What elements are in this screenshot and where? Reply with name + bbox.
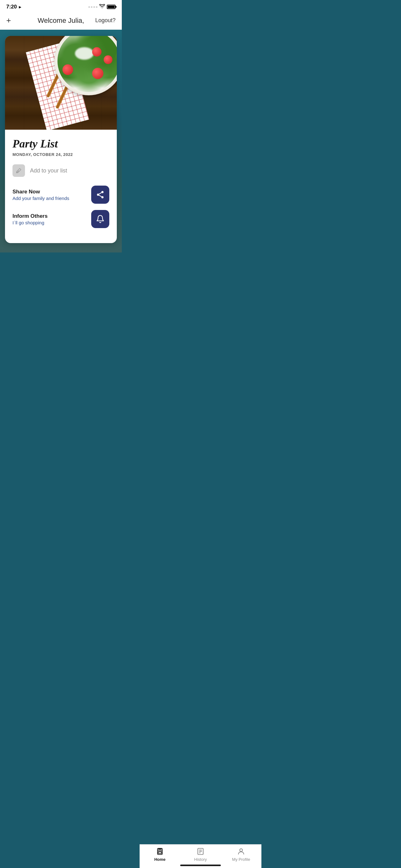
inform-others-title: Inform Others <box>12 213 91 219</box>
app-background: Party List MONDAY, OCTOBER 24, 2022 Add … <box>0 30 122 252</box>
status-time: 7:20 ► <box>6 4 22 10</box>
battery-icon <box>107 5 115 9</box>
svg-line-6 <box>99 193 101 194</box>
party-list-card: Party List MONDAY, OCTOBER 24, 2022 Add … <box>5 36 117 243</box>
edit-icon <box>12 164 25 177</box>
svg-point-0 <box>102 7 102 8</box>
share-now-title: Share Now <box>12 189 91 195</box>
status-icons <box>89 4 115 10</box>
share-icon <box>96 190 105 199</box>
status-bar: 7:20 ► <box>0 0 122 12</box>
svg-point-3 <box>97 194 99 196</box>
notify-button[interactable] <box>91 210 109 228</box>
food-image <box>5 36 117 130</box>
logout-button[interactable]: Logout? <box>95 17 115 24</box>
wifi-icon <box>99 4 105 10</box>
signal-indicator <box>89 6 97 8</box>
add-to-list-label: Add to your list <box>30 167 67 174</box>
svg-point-4 <box>101 196 104 198</box>
card-date: MONDAY, OCTOBER 24, 2022 <box>12 152 109 157</box>
time-display: 7:20 <box>6 4 17 10</box>
inform-others-subtitle: I`ll go shopping <box>12 220 91 225</box>
add-to-list-row[interactable]: Add to your list <box>12 164 109 177</box>
card-content: Party List MONDAY, OCTOBER 24, 2022 Add … <box>5 130 117 243</box>
bell-icon <box>96 215 105 223</box>
location-icon: ► <box>18 5 22 9</box>
svg-line-5 <box>99 195 101 197</box>
header: + Welcome Julia, Logout? <box>0 12 122 30</box>
add-button[interactable]: + <box>6 16 11 25</box>
share-button[interactable] <box>91 186 109 204</box>
inform-others-row: Inform Others I`ll go shopping <box>12 210 109 228</box>
svg-point-2 <box>101 191 104 193</box>
share-now-subtitle: Add your family and friends <box>12 195 91 201</box>
card-title: Party List <box>12 137 109 150</box>
page-title: Welcome Julia, <box>38 17 84 25</box>
pencil-icon <box>15 167 22 174</box>
share-now-row: Share Now Add your family and friends <box>12 186 109 204</box>
